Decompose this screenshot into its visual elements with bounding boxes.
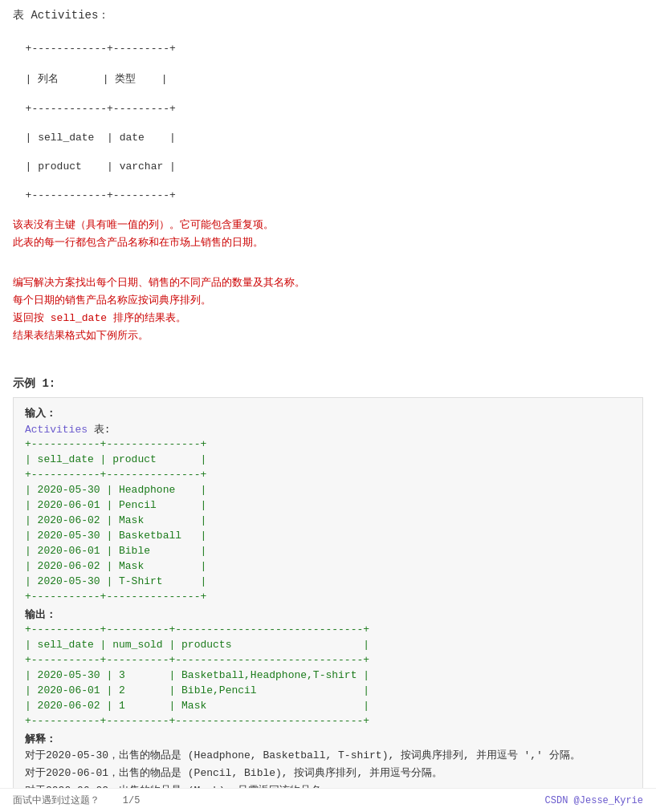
problem-line4: 结果表结果格式如下例所示。 — [13, 328, 643, 343]
page-title: 表 Activities： — [13, 8, 643, 22]
note-line2: 此表的每一行都包含产品名称和在市场上销售的日期。 — [13, 235, 643, 250]
footer-question: 面试中遇到过这题？ — [13, 795, 100, 806]
input-row-1: | 2020-06-01 | Pencil | — [25, 499, 631, 511]
input-table-label: Activities 表: — [25, 422, 631, 436]
problem-line1: 编写解决方案找出每个日期、销售的不同产品的数量及其名称。 — [13, 275, 643, 290]
note-line1: 该表没有主键（具有唯一值的列）。它可能包含重复项。 — [13, 217, 643, 232]
input-row-4: | 2020-06-01 | Bible | — [25, 545, 631, 557]
footer-pagination: 1/5 — [123, 795, 141, 806]
schema-border-bot: +------------+---------+ — [13, 177, 643, 201]
input-row-6: | 2020-05-30 | T-Shirt | — [25, 575, 631, 587]
output-row-1: | 2020-06-01 | 2 | Bible,Pencil | — [25, 684, 631, 696]
footer-left-group: 面试中遇到过这题？ 1/5 — [13, 794, 140, 807]
schema-row1: | sell_date | date | — [13, 120, 643, 144]
input-row-2: | 2020-06-02 | Mask | — [25, 514, 631, 526]
output-border-bot: +-----------+----------+----------------… — [25, 715, 631, 727]
example1-title: 示例 1: — [13, 376, 643, 391]
schema-border-mid: +------------+---------+ — [13, 91, 643, 115]
input-row-5: | 2020-06-02 | Mask | — [25, 560, 631, 572]
input-border-mid: +-----------+---------------+ — [25, 469, 631, 481]
output-border-top: +-----------+----------+----------------… — [25, 623, 631, 635]
explain-line-1: 对于2020-06-01，出售的物品是 (Pencil, Bible), 按词典… — [25, 765, 631, 780]
problem-line3: 返回按 sell_date 排序的结果表。 — [13, 311, 643, 325]
problem-line2: 每个日期的销售产品名称应按词典序排列。 — [13, 293, 643, 307]
input-row-0: | 2020-05-30 | Headphone | — [25, 484, 631, 496]
footer: 面试中遇到过这题？ 1/5 CSDN @Jesse_Kyrie — [0, 788, 656, 812]
input-row-3: | 2020-05-30 | Basketball | — [25, 530, 631, 542]
explain-line-0: 对于2020-05-30，出售的物品是 (Headphone, Basketba… — [25, 748, 631, 762]
output-border-mid: +-----------+----------+----------------… — [25, 654, 631, 666]
example1-block: 输入： Activities 表: +-----------+---------… — [13, 397, 643, 810]
schema-header-row: | 列名 | 类型 | — [13, 59, 643, 86]
output-row-0: | 2020-05-30 | 3 | Basketball,Headphone,… — [25, 669, 631, 681]
footer-right: CSDN @Jesse_Kyrie — [545, 795, 643, 806]
schema-row2: | product | varchar | — [13, 148, 643, 173]
output-row-2: | 2020-06-02 | 1 | Mask | — [25, 700, 631, 712]
output-header: | sell_date | num_sold | products | — [25, 639, 631, 651]
input-border-bot: +-----------+---------------+ — [25, 591, 631, 603]
input-border-top: +-----------+---------------+ — [25, 438, 631, 450]
schema-table: +------------+---------+ — [13, 30, 643, 55]
input-header: | sell_date | product | — [25, 453, 631, 465]
output-label: 输出： — [25, 607, 631, 622]
explain-label: 解释： — [25, 732, 631, 746]
input-label: 输入： — [25, 406, 631, 420]
